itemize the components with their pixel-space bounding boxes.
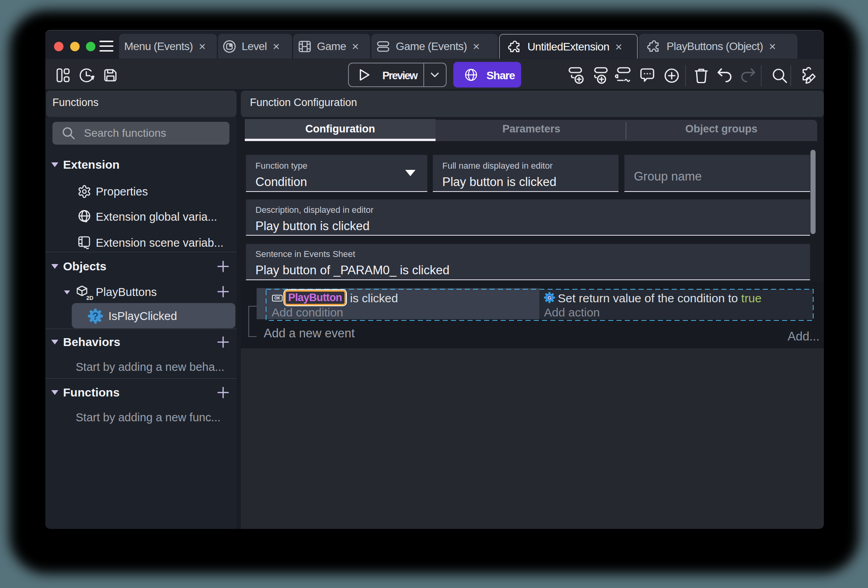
svg-text:?: ? bbox=[92, 310, 99, 322]
svg-text:G: G bbox=[548, 295, 551, 301]
svg-text:2D: 2D bbox=[86, 295, 93, 300]
